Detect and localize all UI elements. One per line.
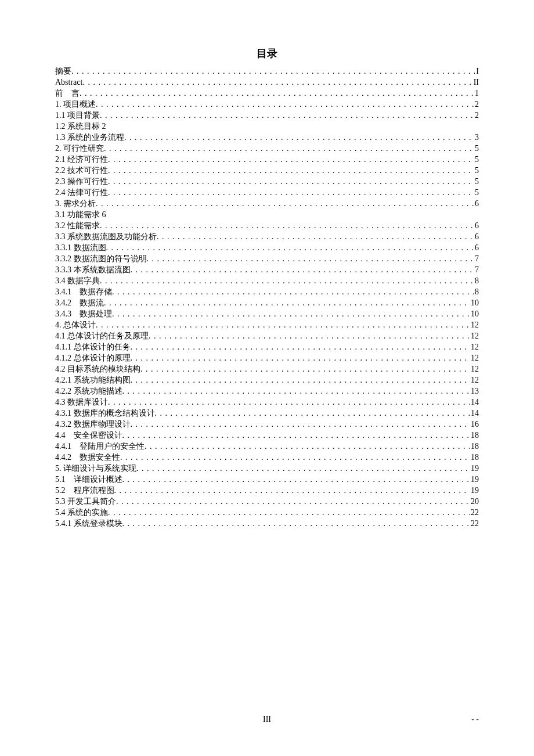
- toc-entry-page: 5: [474, 178, 479, 186]
- toc-leader-dots: . . . . . . . . . . . . . . . . . . . . …: [131, 376, 470, 384]
- toc-entry-page: 1: [474, 89, 479, 98]
- toc-entry-label: 摘要: [55, 67, 71, 75]
- toc-entry-label: 3.3.1 数据流图: [55, 244, 106, 252]
- toc-entry-label: 3.3.2 数据流图的符号说明: [55, 255, 147, 263]
- toc-entry: 2.4 法律可行性 . . . . . . . . . . . . . . . …: [55, 189, 479, 197]
- toc-entry-page: 6: [474, 233, 479, 241]
- toc-entry-page: 5: [474, 156, 479, 164]
- toc-leader-dots: . . . . . . . . . . . . . . . . . . . . …: [96, 100, 474, 109]
- toc-entry-page: II: [472, 78, 479, 87]
- toc-leader-dots: . . . . . . . . . . . . . . . . . . . . …: [155, 409, 470, 417]
- toc-entry-label: 4. 总体设计: [55, 321, 96, 329]
- toc-entry: 3.2 性能需求 . . . . . . . . . . . . . . . .…: [55, 222, 479, 230]
- footer-dash: - -: [471, 715, 479, 724]
- toc-entry-page: 12: [470, 332, 479, 340]
- toc-leader-dots: . . . . . . . . . . . . . . . . . . . . …: [140, 365, 470, 373]
- toc-leader-dots: . . . . . . . . . . . . . . . . . . . . …: [82, 78, 472, 87]
- toc-entry-page: I: [475, 67, 479, 75]
- toc-leader-dots: . . . . . . . . . . . . . . . . . . . . …: [112, 310, 470, 318]
- toc-leader-dots: . . . . . . . . . . . . . . . . . . . . …: [122, 476, 470, 484]
- toc-leader-dots: . . . . . . . . . . . . . . . . . . . . …: [122, 387, 470, 395]
- toc-entry-label: 1.3 系统的业务流程: [55, 134, 124, 142]
- toc-entry-page: 5: [474, 145, 479, 153]
- toc-entry-label: 1. 项目概述: [55, 100, 96, 109]
- toc-entry: 3.3.1 数据流图 . . . . . . . . . . . . . . .…: [55, 244, 479, 252]
- toc-entry-page: 7: [474, 255, 479, 263]
- toc-entry-page: 2: [474, 111, 479, 120]
- toc-entry: 3.4.3 数据处理 . . . . . . . . . . . . . . .…: [55, 310, 479, 318]
- toc-entry: 5.3 开发工具简介 . . . . . . . . . . . . . . .…: [55, 498, 479, 506]
- toc-heading: 目录: [55, 46, 479, 60]
- toc-leader-dots: . . . . . . . . . . . . . . . . . . . . …: [120, 453, 470, 462]
- toc-entry-page: 18: [470, 431, 479, 440]
- toc-entry: 摘要 . . . . . . . . . . . . . . . . . . .…: [55, 67, 479, 75]
- toc-leader-dots: . . . . . . . . . . . . . . . . . . . . …: [108, 189, 474, 197]
- toc-entry-page: 19: [470, 476, 479, 484]
- toc-leader-dots: . . . . . . . . . . . . . . . . . . . . …: [71, 67, 475, 75]
- toc-leader-dots: . . . . . . . . . . . . . . . . . . . . …: [104, 145, 474, 153]
- toc-entry-page: 19: [470, 487, 479, 495]
- toc-entry-label: 1.1 项目背景: [55, 111, 100, 120]
- toc-entry: 3.3.3 本系统数据流图 . . . . . . . . . . . . . …: [55, 266, 479, 274]
- toc-entry-label: 5.4 系统的实施: [55, 509, 108, 517]
- toc-entry-page: 12: [470, 354, 479, 362]
- toc-entry: Abstract . . . . . . . . . . . . . . . .…: [55, 78, 479, 87]
- toc-entry: 4.2.1 系统功能结构图 . . . . . . . . . . . . . …: [55, 376, 479, 384]
- toc-entry-label: 4.3 数据库设计: [55, 398, 108, 406]
- toc-entry-page: 8: [474, 277, 479, 285]
- toc-entry: 1. 项目概述 . . . . . . . . . . . . . . . . …: [55, 100, 479, 109]
- toc-entry: 4. 总体设计 . . . . . . . . . . . . . . . . …: [55, 321, 479, 329]
- toc-entry-label: 4.1.1 总体设计的任务: [55, 343, 131, 351]
- toc-entry: 1.3 系统的业务流程 . . . . . . . . . . . . . . …: [55, 134, 479, 142]
- page-number: III: [0, 715, 534, 724]
- toc-entry: 4.1.2 总体设计的原理 . . . . . . . . . . . . . …: [55, 354, 479, 362]
- toc-entry: 4.2 目标系统的模块结构 . . . . . . . . . . . . . …: [55, 365, 479, 373]
- toc-entry-page: 6: [474, 244, 479, 252]
- toc-entry-page: 5: [474, 167, 479, 175]
- toc-leader-dots: . . . . . . . . . . . . . . . . . . . . …: [96, 321, 470, 329]
- toc-entry: 5.2 程序流程图 . . . . . . . . . . . . . . . …: [55, 487, 479, 495]
- toc-entry-page: 5: [474, 189, 479, 197]
- toc-leader-dots: . . . . . . . . . . . . . . . . . . . . …: [147, 255, 474, 263]
- toc-entry-label: 5.1 详细设计概述: [55, 476, 122, 484]
- toc-entry-page: 6: [474, 222, 479, 230]
- toc-leader-dots: . . . . . . . . . . . . . . . . . . . . …: [149, 332, 470, 340]
- toc-entry-page: 22: [470, 520, 479, 528]
- toc-leader-dots: . . . . . . . . . . . . . . . . . . . . …: [112, 288, 474, 296]
- toc-leader-dots: . . . . . . . . . . . . . . . . . . . . …: [106, 244, 474, 252]
- toc-entry-label: 3.4.2 数据流: [55, 299, 104, 307]
- toc-entry: 4.1 总体设计的任务及原理 . . . . . . . . . . . . .…: [55, 332, 479, 340]
- toc-entry: 3.4.1 数据存储 . . . . . . . . . . . . . . .…: [55, 288, 479, 296]
- toc-entry-page: 20: [470, 498, 479, 506]
- toc-entry: 5.1 详细设计概述 . . . . . . . . . . . . . . .…: [55, 476, 479, 484]
- toc-leader-dots: . . . . . . . . . . . . . . . . . . . . …: [136, 465, 470, 473]
- toc-entry-label: 3. 需求分析: [55, 200, 96, 208]
- toc-entry-label: 前 言: [55, 89, 80, 98]
- toc-leader-dots: . . . . . . . . . . . . . . . . . . . . …: [104, 299, 470, 307]
- toc-entry: 3.1 功能需求 6 . . . . . . . . . . . . . . .…: [55, 211, 479, 219]
- toc-entry-label: 5.2 程序流程图: [55, 487, 114, 495]
- toc-entry-label: 2.1 经济可行性: [55, 156, 108, 164]
- toc-entry-page: 12: [470, 321, 479, 329]
- toc-entry: 3.3.2 数据流图的符号说明 . . . . . . . . . . . . …: [55, 255, 479, 263]
- toc-entry-label: 3.4.1 数据存储: [55, 288, 112, 296]
- toc-entry-label: 5. 详细设计与系统实现: [55, 465, 136, 473]
- toc-leader-dots: . . . . . . . . . . . . . . . . . . . . …: [131, 343, 470, 351]
- toc-leader-dots: . . . . . . . . . . . . . . . . . . . . …: [116, 498, 470, 506]
- toc-leader-dots: . . . . . . . . . . . . . . . . . . . . …: [131, 266, 474, 274]
- toc-entry: 2.2 技术可行性 . . . . . . . . . . . . . . . …: [55, 167, 479, 175]
- toc-leader-dots: . . . . . . . . . . . . . . . . . . . . …: [100, 222, 474, 230]
- toc-entry-label: 3.3.3 本系统数据流图: [55, 266, 131, 274]
- toc-entry-page: 3: [474, 134, 479, 142]
- toc-entry: 2.3 操作可行性 . . . . . . . . . . . . . . . …: [55, 178, 479, 186]
- toc-entry-page: 2: [474, 100, 479, 109]
- toc-leader-dots: . . . . . . . . . . . . . . . . . . . . …: [96, 200, 474, 208]
- toc-leader-dots: . . . . . . . . . . . . . . . . . . . . …: [124, 134, 474, 142]
- toc-entry-page: 6: [474, 200, 479, 208]
- toc-entry-page: 13: [470, 387, 479, 395]
- table-of-contents: 摘要 . . . . . . . . . . . . . . . . . . .…: [55, 67, 479, 528]
- toc-leader-dots: . . . . . . . . . . . . . . . . . . . . …: [157, 233, 474, 241]
- toc-entry-page: 16: [470, 420, 479, 429]
- document-page: 目录 摘要 . . . . . . . . . . . . . . . . . …: [0, 0, 534, 756]
- toc-entry-label: 4.2 目标系统的模块结构: [55, 365, 140, 373]
